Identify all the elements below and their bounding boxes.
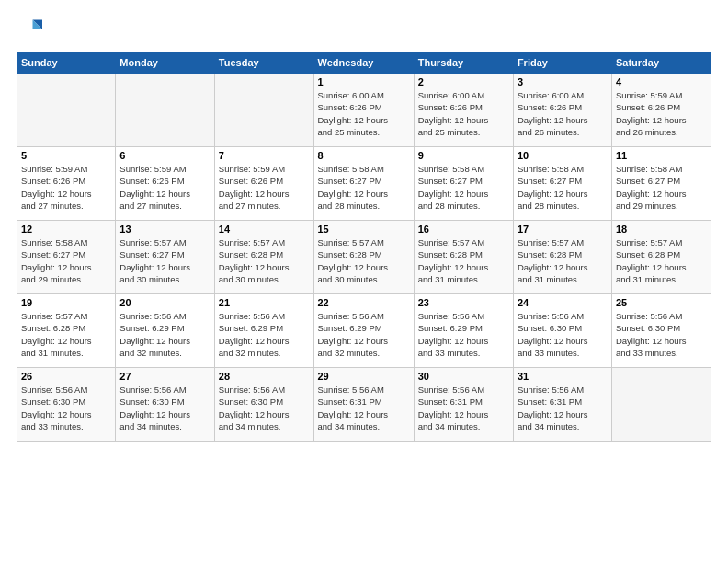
day-cell: 21Sunrise: 5:56 AM Sunset: 6:29 PM Dayli… <box>214 294 313 368</box>
day-number: 15 <box>318 224 410 235</box>
week-row-3: 12Sunrise: 5:58 AM Sunset: 6:27 PM Dayli… <box>17 221 711 294</box>
day-info: Sunrise: 5:56 AM Sunset: 6:29 PM Dayligh… <box>318 310 410 359</box>
day-info: Sunrise: 5:57 AM Sunset: 6:28 PM Dayligh… <box>219 236 310 285</box>
day-info: Sunrise: 6:00 AM Sunset: 6:26 PM Dayligh… <box>318 89 410 138</box>
day-info: Sunrise: 5:59 AM Sunset: 6:26 PM Dayligh… <box>616 89 707 138</box>
day-number: 10 <box>518 150 608 161</box>
day-number: 20 <box>119 297 210 308</box>
day-info: Sunrise: 5:58 AM Sunset: 6:27 PM Dayligh… <box>318 163 410 212</box>
week-row-4: 19Sunrise: 5:57 AM Sunset: 6:28 PM Dayli… <box>17 294 711 368</box>
day-cell: 9Sunrise: 5:58 AM Sunset: 6:27 PM Daylig… <box>414 147 513 221</box>
day-info: Sunrise: 5:56 AM Sunset: 6:30 PM Dayligh… <box>616 310 707 359</box>
day-info: Sunrise: 5:56 AM Sunset: 6:30 PM Dayligh… <box>21 384 111 432</box>
day-info: Sunrise: 5:59 AM Sunset: 6:26 PM Dayligh… <box>119 163 210 212</box>
day-cell <box>17 74 116 147</box>
day-cell <box>611 368 711 442</box>
day-info: Sunrise: 5:56 AM Sunset: 6:30 PM Dayligh… <box>219 384 310 432</box>
day-number: 19 <box>21 297 111 308</box>
day-cell <box>116 74 214 147</box>
day-number: 9 <box>418 150 509 161</box>
day-number: 18 <box>616 224 707 235</box>
week-row-1: 1Sunrise: 6:00 AM Sunset: 6:26 PM Daylig… <box>17 74 711 147</box>
day-cell: 24Sunrise: 5:56 AM Sunset: 6:30 PM Dayli… <box>513 294 611 368</box>
day-cell: 29Sunrise: 5:56 AM Sunset: 6:31 PM Dayli… <box>313 368 414 442</box>
day-cell: 27Sunrise: 5:56 AM Sunset: 6:30 PM Dayli… <box>116 368 214 442</box>
column-header-thursday: Thursday <box>414 52 513 74</box>
day-info: Sunrise: 5:57 AM Sunset: 6:28 PM Dayligh… <box>318 236 410 285</box>
calendar: SundayMondayTuesdayWednesdayThursdayFrid… <box>17 52 711 442</box>
day-info: Sunrise: 5:56 AM Sunset: 6:29 PM Dayligh… <box>119 310 210 359</box>
day-info: Sunrise: 5:56 AM Sunset: 6:29 PM Dayligh… <box>418 310 509 359</box>
day-number: 6 <box>119 150 210 161</box>
day-cell: 7Sunrise: 5:59 AM Sunset: 6:26 PM Daylig… <box>214 147 313 221</box>
day-cell: 19Sunrise: 5:57 AM Sunset: 6:28 PM Dayli… <box>17 294 116 368</box>
day-number: 8 <box>318 150 410 161</box>
day-cell: 23Sunrise: 5:56 AM Sunset: 6:29 PM Dayli… <box>414 294 513 368</box>
day-cell: 20Sunrise: 5:56 AM Sunset: 6:29 PM Dayli… <box>116 294 214 368</box>
day-info: Sunrise: 5:57 AM Sunset: 6:28 PM Dayligh… <box>21 310 111 359</box>
day-cell: 28Sunrise: 5:56 AM Sunset: 6:30 PM Dayli… <box>214 368 313 442</box>
day-number: 22 <box>318 297 410 308</box>
day-info: Sunrise: 5:56 AM Sunset: 6:31 PM Dayligh… <box>318 384 410 432</box>
header <box>17 17 711 42</box>
day-cell: 1Sunrise: 6:00 AM Sunset: 6:26 PM Daylig… <box>313 74 414 147</box>
page: SundayMondayTuesdayWednesdayThursdayFrid… <box>0 0 728 563</box>
day-number: 14 <box>219 224 310 235</box>
day-cell: 12Sunrise: 5:58 AM Sunset: 6:27 PM Dayli… <box>17 221 116 294</box>
day-number: 27 <box>119 371 210 382</box>
day-number: 13 <box>119 224 210 235</box>
day-number: 25 <box>616 297 707 308</box>
day-number: 21 <box>219 297 310 308</box>
day-cell: 8Sunrise: 5:58 AM Sunset: 6:27 PM Daylig… <box>313 147 414 221</box>
day-info: Sunrise: 5:56 AM Sunset: 6:30 PM Dayligh… <box>119 384 210 432</box>
day-info: Sunrise: 5:56 AM Sunset: 6:29 PM Dayligh… <box>219 310 310 359</box>
day-number: 1 <box>318 76 410 87</box>
day-cell: 14Sunrise: 5:57 AM Sunset: 6:28 PM Dayli… <box>214 221 313 294</box>
day-cell: 18Sunrise: 5:57 AM Sunset: 6:28 PM Dayli… <box>611 221 711 294</box>
week-row-5: 26Sunrise: 5:56 AM Sunset: 6:30 PM Dayli… <box>17 368 711 442</box>
logo <box>17 17 46 42</box>
day-number: 5 <box>21 150 111 161</box>
day-info: Sunrise: 5:59 AM Sunset: 6:26 PM Dayligh… <box>21 163 111 212</box>
day-number: 26 <box>21 371 111 382</box>
day-info: Sunrise: 5:56 AM Sunset: 6:30 PM Dayligh… <box>518 310 608 359</box>
day-info: Sunrise: 5:58 AM Sunset: 6:27 PM Dayligh… <box>616 163 707 212</box>
day-cell: 17Sunrise: 5:57 AM Sunset: 6:28 PM Dayli… <box>513 221 611 294</box>
day-info: Sunrise: 5:58 AM Sunset: 6:27 PM Dayligh… <box>418 163 509 212</box>
day-cell: 16Sunrise: 5:57 AM Sunset: 6:28 PM Dayli… <box>414 221 513 294</box>
day-info: Sunrise: 5:56 AM Sunset: 6:31 PM Dayligh… <box>418 384 509 432</box>
column-header-saturday: Saturday <box>611 52 711 74</box>
day-cell: 10Sunrise: 5:58 AM Sunset: 6:27 PM Dayli… <box>513 147 611 221</box>
day-number: 11 <box>616 150 707 161</box>
day-number: 7 <box>219 150 310 161</box>
day-number: 12 <box>21 224 111 235</box>
column-header-sunday: Sunday <box>17 52 116 74</box>
day-cell: 13Sunrise: 5:57 AM Sunset: 6:27 PM Dayli… <box>116 221 214 294</box>
day-number: 31 <box>518 371 608 382</box>
day-number: 24 <box>518 297 608 308</box>
day-info: Sunrise: 5:56 AM Sunset: 6:31 PM Dayligh… <box>518 384 608 432</box>
day-info: Sunrise: 5:57 AM Sunset: 6:28 PM Dayligh… <box>418 236 509 285</box>
day-number: 28 <box>219 371 310 382</box>
day-info: Sunrise: 5:59 AM Sunset: 6:26 PM Dayligh… <box>219 163 310 212</box>
day-cell: 31Sunrise: 5:56 AM Sunset: 6:31 PM Dayli… <box>513 368 611 442</box>
day-number: 4 <box>616 76 707 87</box>
day-number: 17 <box>518 224 608 235</box>
day-info: Sunrise: 6:00 AM Sunset: 6:26 PM Dayligh… <box>418 89 509 138</box>
day-cell: 3Sunrise: 6:00 AM Sunset: 6:26 PM Daylig… <box>513 74 611 147</box>
day-info: Sunrise: 5:57 AM Sunset: 6:28 PM Dayligh… <box>518 236 608 285</box>
day-cell: 4Sunrise: 5:59 AM Sunset: 6:26 PM Daylig… <box>611 74 711 147</box>
week-row-2: 5Sunrise: 5:59 AM Sunset: 6:26 PM Daylig… <box>17 147 711 221</box>
day-number: 16 <box>418 224 509 235</box>
day-cell: 22Sunrise: 5:56 AM Sunset: 6:29 PM Dayli… <box>313 294 414 368</box>
column-header-friday: Friday <box>513 52 611 74</box>
logo-icon <box>17 17 42 42</box>
calendar-header-row: SundayMondayTuesdayWednesdayThursdayFrid… <box>17 52 711 74</box>
day-cell: 11Sunrise: 5:58 AM Sunset: 6:27 PM Dayli… <box>611 147 711 221</box>
day-cell <box>214 74 313 147</box>
day-cell: 15Sunrise: 5:57 AM Sunset: 6:28 PM Dayli… <box>313 221 414 294</box>
day-number: 30 <box>418 371 509 382</box>
column-header-tuesday: Tuesday <box>214 52 313 74</box>
day-info: Sunrise: 5:58 AM Sunset: 6:27 PM Dayligh… <box>21 236 111 285</box>
day-cell: 2Sunrise: 6:00 AM Sunset: 6:26 PM Daylig… <box>414 74 513 147</box>
